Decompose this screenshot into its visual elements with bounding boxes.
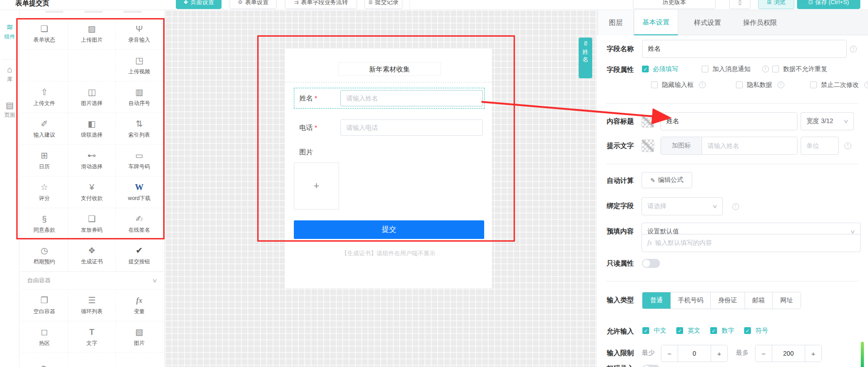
palette-section-free-container[interactable]: 自由容器 ∨ bbox=[21, 272, 163, 290]
page-settings-button[interactable]: ❖ 页面设置 bbox=[176, 0, 222, 9]
form-submit-button[interactable]: 提交 bbox=[294, 220, 484, 239]
input-type-idcard[interactable]: 身份证 bbox=[711, 292, 745, 309]
default-value-placeholder: 输入默认填写的内容 bbox=[655, 239, 712, 247]
no-second-edit-checkbox-label[interactable]: 禁止二次修改 bbox=[821, 81, 859, 89]
palette-item-upload-image[interactable]: ▨ 上传图片 bbox=[68, 18, 116, 50]
input-type-email[interactable]: 邮箱 bbox=[745, 292, 773, 309]
palette-item-schedule-booking[interactable]: ◷ 档期预约 bbox=[21, 240, 68, 272]
width-select[interactable]: 宽度 3/12 ∨ bbox=[801, 112, 854, 130]
rail-item-pages[interactable]: ▤ 页面 bbox=[0, 100, 19, 119]
color-swatch-button[interactable] bbox=[642, 139, 654, 152]
palette-item-upload-video[interactable]: ◳ 上传视频 bbox=[116, 50, 163, 81]
min-value-input[interactable] bbox=[678, 345, 711, 362]
browse-button[interactable]: ⊞ 浏览 bbox=[758, 0, 794, 9]
palette-item-form-status[interactable]: ❏ 表单状态 bbox=[21, 18, 68, 50]
palette-item-calendar[interactable]: ⊞ 日历 bbox=[21, 145, 68, 176]
notify-checkbox[interactable]: ✓ bbox=[702, 66, 708, 72]
max-decrease-button[interactable]: − bbox=[755, 345, 772, 362]
max-increase-button[interactable]: + bbox=[805, 345, 821, 362]
palette-item-input-suggest[interactable]: ✐ 输入建议 bbox=[21, 113, 68, 145]
max-value-input[interactable] bbox=[772, 345, 805, 362]
history-versions-button[interactable]: 历史版本 bbox=[633, 0, 716, 9]
edit-formula-button[interactable]: ✎ 编辑公式 bbox=[642, 172, 692, 188]
palette-item-license-plate[interactable]: ▭ 车牌号码 bbox=[116, 145, 163, 176]
allow-number-checkbox[interactable]: ✓ bbox=[710, 327, 717, 334]
mobile-preview-button[interactable]: ▯ bbox=[729, 0, 750, 9]
allow-chinese-label[interactable]: 中文 bbox=[654, 327, 666, 335]
content-title-input[interactable] bbox=[660, 112, 797, 130]
readonly-toggle[interactable] bbox=[642, 259, 660, 268]
tab-layers[interactable]: 图层 bbox=[598, 10, 634, 35]
palette-item-slider-select[interactable]: ⊷ 滑动选择 bbox=[68, 145, 116, 176]
phone-input[interactable] bbox=[340, 119, 483, 136]
privacy-checkbox-label[interactable]: 隐私数据 bbox=[747, 81, 772, 89]
palette-item-hotzone[interactable]: ◻ 热区 bbox=[21, 321, 68, 353]
palette-item-blank-container[interactable]: ❐ 空白容器 bbox=[21, 290, 68, 321]
no-duplicate-checkbox-label[interactable]: 数据不允许重复 bbox=[783, 65, 827, 73]
allow-symbol-label[interactable]: 符号 bbox=[755, 327, 768, 335]
palette-item-cascade-select[interactable]: ◧ 级联选择 bbox=[68, 113, 116, 145]
privacy-checkbox[interactable]: ✓ bbox=[736, 81, 743, 88]
rail-item-components[interactable]: ≋ 组件 bbox=[0, 21, 19, 41]
palette-item-submit-button[interactable]: ✔ 提交按钮 bbox=[116, 240, 163, 272]
min-increase-button[interactable]: + bbox=[711, 345, 727, 362]
form-settings-button[interactable]: ⚙ 表单设置 bbox=[230, 0, 277, 9]
field-name-input[interactable] bbox=[642, 40, 847, 58]
palette-item-coupon-code[interactable]: ❑ 发放券码 bbox=[68, 208, 116, 240]
palette-item-word-download[interactable]: W word下载 bbox=[116, 176, 163, 208]
palette-item-index-list[interactable]: ⇅ 索引列表 bbox=[116, 113, 163, 145]
input-type-url[interactable]: 网址 bbox=[773, 292, 801, 309]
no-duplicate-checkbox[interactable]: ✓ bbox=[772, 66, 779, 72]
required-checkbox[interactable]: ✓ bbox=[642, 66, 649, 72]
palette-item-rating[interactable]: ☆ 评分 bbox=[21, 176, 68, 208]
allow-english-label[interactable]: 英文 bbox=[688, 327, 700, 335]
tab-style-settings[interactable]: 样式设置 bbox=[687, 10, 728, 35]
save-button[interactable]: ⊡ 保存 (Ctrl+S) bbox=[797, 0, 860, 9]
hide-input-checkbox-label[interactable]: 隐藏输入框 bbox=[662, 81, 693, 89]
allow-number-label[interactable]: 数字 bbox=[722, 327, 734, 335]
palette-item-payment[interactable]: ¥ 支付收款 bbox=[68, 176, 116, 208]
palette-item-loop-list[interactable]: ☰ 循环列表 bbox=[68, 290, 116, 321]
field-flow-button[interactable]: ⇉ 表单字段业务流转 bbox=[285, 0, 357, 9]
hide-input-checkbox[interactable]: ✓ bbox=[651, 81, 658, 88]
add-icon-button[interactable]: 加图标 bbox=[661, 137, 702, 154]
palette-item-clipped[interactable]: ▭ bbox=[68, 353, 116, 367]
submit-records-button[interactable]: ≣ 提交记录 bbox=[364, 0, 402, 9]
palette-item-upload-file[interactable]: ⇧ 上传文件 bbox=[21, 81, 68, 113]
name-input[interactable] bbox=[340, 90, 483, 106]
allow-symbol-checkbox[interactable]: ✓ bbox=[744, 327, 751, 334]
panel-scrollbar[interactable] bbox=[861, 342, 864, 367]
image-upload-box[interactable]: + bbox=[294, 162, 339, 210]
palette-item-variable[interactable]: fx 变量 bbox=[116, 290, 163, 321]
input-type-mobile[interactable]: 手机号码 bbox=[671, 292, 711, 309]
palette-item-picture[interactable]: ▧ 图片 bbox=[116, 321, 163, 353]
form-title-component[interactable]: 新年素材收集 bbox=[338, 62, 441, 76]
palette-item-text[interactable]: T 文字 bbox=[68, 321, 116, 353]
palette-item-label: 空白容器 bbox=[33, 308, 55, 315]
rail-item-library[interactable]: ⌂ 库 bbox=[0, 64, 19, 83]
bind-field-select[interactable]: 请选择 ∨ bbox=[642, 197, 723, 215]
palette-item-auto-number[interactable]: ▥ 自动序号 bbox=[116, 81, 163, 113]
selected-component-tag[interactable]: {/} 姓名 bbox=[579, 38, 592, 78]
default-value-input[interactable]: fx 输入默认填写的内容 bbox=[642, 234, 861, 252]
palette-item-certificate[interactable]: ❖ 生成证书 bbox=[68, 240, 116, 272]
unit-input[interactable] bbox=[801, 137, 839, 155]
allow-chinese-checkbox[interactable]: ✓ bbox=[642, 327, 649, 334]
tab-operator-permissions[interactable]: 操作员权限 bbox=[735, 10, 785, 35]
input-type-normal[interactable]: 普通 bbox=[642, 292, 671, 309]
color-swatch-button[interactable] bbox=[642, 115, 654, 128]
palette-item-voice-input[interactable]: Ψ 录音输入 bbox=[116, 18, 163, 50]
palette-item-online-signature[interactable]: ✍ 在线签名 bbox=[116, 208, 163, 240]
notify-checkbox-label[interactable]: 加入消息通知 bbox=[712, 65, 750, 73]
design-canvas[interactable]: 新年素材收集 姓名* 电话* 图片 + 提交 【生成证书】该组件在用户端不展示 … bbox=[165, 10, 597, 367]
no-second-edit-checkbox[interactable]: ✓ bbox=[810, 81, 817, 88]
hint-placeholder-input[interactable] bbox=[702, 137, 797, 154]
palette-item-image-picker[interactable]: ◫ 图片选择 bbox=[68, 81, 116, 113]
scan-input-toggle[interactable] bbox=[642, 365, 660, 367]
required-checkbox-label[interactable]: 必须填写 bbox=[653, 65, 678, 73]
min-decrease-button[interactable]: − bbox=[661, 345, 678, 362]
palette-item-agree-terms[interactable]: § 同意条款 bbox=[21, 208, 68, 240]
allow-english-checkbox[interactable]: ✓ bbox=[676, 327, 683, 334]
tab-basic-settings[interactable]: 基本设置 bbox=[634, 10, 678, 35]
palette-item-clipped[interactable]: ⟳ bbox=[21, 353, 68, 367]
